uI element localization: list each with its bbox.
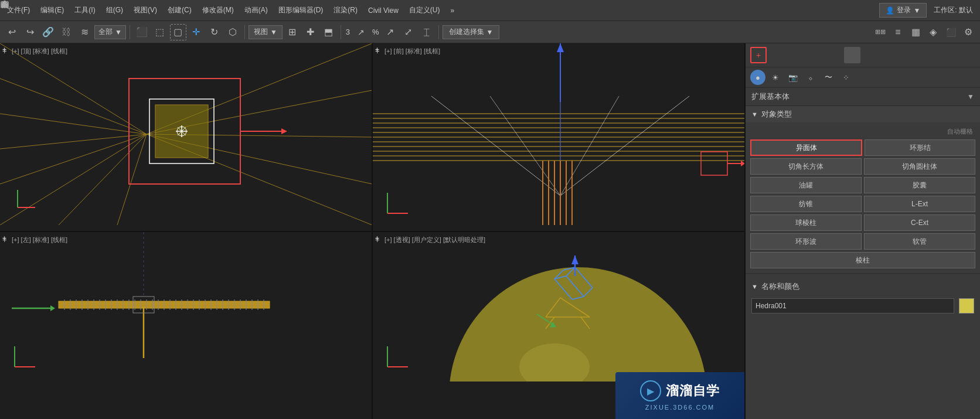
rp-create-icon[interactable]: + — [750, 47, 767, 63]
viewport-left[interactable]: + [+] [左] [标准] [线框] — [0, 232, 373, 420]
render-frame-icon[interactable]: ⬛ — [942, 24, 959, 40]
select-tool[interactable]: ⬛ — [134, 24, 150, 40]
svg-rect-27 — [373, 43, 744, 225]
vp-front-plus[interactable]: + — [375, 46, 379, 54]
vp-top-svg: + — [0, 43, 372, 225]
rp-btn-ruanguan[interactable]: 软管 — [864, 233, 975, 250]
material-editor-icon[interactable]: ◈ — [925, 24, 941, 40]
viewport-top[interactable]: + [+] [顶] [标准] [线框] — [0, 43, 373, 231]
rp-helpers-icon[interactable]: ⬦ — [803, 70, 818, 85]
link-button[interactable]: 🔗 — [40, 24, 56, 40]
svg-point-137 — [4, 5, 5, 6]
chevron-down-icon: ▼ — [913, 6, 920, 15]
menu-graph-editor[interactable]: 图形编辑器(D) — [274, 3, 328, 18]
mirror-tool[interactable]: ⤢ — [400, 24, 417, 40]
rp-btn-cext[interactable]: C-Ext — [864, 214, 975, 231]
view-dropdown[interactable]: 视图 ▼ — [249, 25, 283, 39]
rp-name-color-header[interactable]: ▼ 名称和颜色 — [751, 278, 974, 295]
settings-icon[interactable]: ⚙ — [960, 24, 976, 40]
scale-tool[interactable]: ⬡ — [224, 24, 241, 40]
rp-sun-icon[interactable]: ☀ — [768, 70, 783, 85]
menu-animation[interactable]: 动画(A) — [240, 3, 273, 18]
rp-btn-fangzhui[interactable]: 纺锥 — [750, 196, 862, 212]
rp-modify-icon[interactable] — [769, 47, 785, 63]
align-tool[interactable]: ⌶ — [418, 24, 435, 40]
rp-display-icon[interactable] — [825, 47, 842, 63]
rp-sphere-icon[interactable]: ● — [750, 70, 765, 85]
rp-utilities-icon[interactable] — [844, 47, 860, 63]
redo-button[interactable]: ↪ — [22, 24, 38, 40]
dropdown-arrow-icon: ▼ — [115, 28, 122, 36]
vp-left-svg: + — [0, 232, 372, 381]
menu-render[interactable]: 渲染(R) — [329, 3, 362, 18]
menu-tools[interactable]: 工具(I) — [70, 3, 100, 18]
rp-particle-icon[interactable]: ⁘ — [838, 70, 853, 85]
layers-icon[interactable]: ⊞⊞ — [872, 24, 889, 40]
scene-explorer-icon[interactable]: ≡ — [890, 24, 906, 40]
vp-left-plus[interactable]: + — [2, 234, 6, 243]
rp-icon-row-2: ● ☀ 📷 ⬦ 〜 ⁘ — [746, 67, 980, 88]
rp-hierarchy-icon[interactable] — [788, 47, 804, 63]
object-color-picker[interactable] — [959, 298, 974, 314]
menu-more[interactable]: » — [445, 4, 459, 17]
object-name-input[interactable] — [751, 298, 954, 314]
rp-btn-row-3: 油罐 胶囊 — [750, 177, 975, 193]
percent-btn[interactable]: ↗ — [382, 24, 399, 40]
rp-section-header[interactable]: 扩展基本体 ▼ — [746, 88, 980, 106]
rp-motion-icon[interactable] — [807, 47, 823, 63]
render-setup-icon[interactable]: ▦ — [907, 24, 924, 40]
create-selection-button[interactable]: 创建选择集 ▼ — [443, 25, 500, 39]
rp-btn-huanxingjie[interactable]: 环形结 — [865, 139, 975, 156]
rotate-tool[interactable]: ↻ — [206, 24, 223, 40]
rp-object-types-header[interactable]: ▼ 对象类型 — [746, 106, 980, 122]
undo-button[interactable]: ↩ — [4, 24, 20, 40]
bottom-viewport-row: + [+] [左] [标准] [线框] — [0, 232, 744, 420]
menu-view[interactable]: 视图(V) — [129, 3, 162, 18]
rp-section-title: 扩展基本体 — [751, 91, 790, 102]
rp-btn-row-6: 环形波 软管 — [750, 233, 975, 250]
menu-civil-view[interactable]: Civil View — [363, 4, 403, 17]
select-rect-tool[interactable]: ▢ — [170, 24, 186, 40]
rp-btn-qiulengzhu[interactable]: 球棱柱 — [750, 214, 862, 231]
viewport-perspective[interactable]: + [+] [透视] [用户定义] [默认明暗处理] — [373, 232, 744, 420]
rp-btn-huanxingbo[interactable]: 环形波 — [750, 233, 862, 250]
zoom-extents-tool[interactable]: ⬒ — [321, 24, 337, 40]
user-icon: 👤 — [886, 6, 894, 15]
menu-group[interactable]: 组(G) — [101, 3, 128, 18]
menu-right-area: 👤 登录 ▼ 工作区: 默认 — [879, 3, 978, 18]
rp-btn-lext[interactable]: L-Ext — [864, 196, 975, 212]
rp-btn-jiaonang[interactable]: 胶囊 — [864, 177, 975, 193]
rp-section-dropdown-icon[interactable]: ▼ — [967, 93, 974, 101]
vp-top-label: [+] [顶] [标准] [线框] — [12, 47, 67, 56]
rp-btn-qijiaoyuanzhuti[interactable]: 切角圆柱体 — [864, 158, 975, 175]
menu-edit[interactable]: 编辑(E) — [36, 3, 69, 18]
view-dropdown-arrow-icon: ▼ — [270, 28, 277, 36]
rp-object-types-arrow-icon: ▼ — [751, 111, 758, 118]
menu-create[interactable]: 创建(C) — [163, 3, 196, 18]
rp-btn-youtang[interactable]: 油罐 — [750, 177, 862, 193]
vp-persp-plus[interactable]: + — [375, 234, 379, 243]
rp-icon-row-1: + — [746, 43, 980, 67]
angle-snap-btn[interactable]: ↗ — [353, 24, 369, 40]
pan-tool[interactable]: ⊞ — [284, 24, 301, 40]
login-button[interactable]: 👤 登录 ▼ — [879, 3, 927, 18]
watermark-logo-area: ▶ 溜溜自学 — [640, 380, 720, 401]
zoom-tool[interactable]: ✚ — [302, 24, 319, 40]
rp-spline-icon[interactable]: 〜 — [821, 70, 836, 85]
unlink-button[interactable]: ⛓ — [58, 24, 74, 40]
select-all-dropdown[interactable]: 全部 ▼ — [94, 25, 126, 39]
rp-btn-lengzhu[interactable]: 棱柱 — [750, 252, 975, 268]
rp-camera-icon[interactable]: 📷 — [785, 70, 801, 85]
rp-btn-yimian[interactable]: 异面体 — [750, 139, 862, 156]
rp-btn-qijiaochangfangti[interactable]: 切角长方体 — [750, 158, 862, 175]
move-tool[interactable]: ✛ — [188, 24, 205, 40]
select-region-tool[interactable]: ⬚ — [152, 24, 168, 40]
viewport-front[interactable]: + [+] [前] [标准] [线框] — [373, 43, 744, 231]
menu-custom[interactable]: 自定义(U) — [404, 3, 445, 18]
rp-btn-row-7: 棱柱 — [750, 252, 975, 268]
menubar: 文件(F) 编辑(E) 工具(I) 组(G) 视图(V) 创建(C) 修改器(M… — [0, 0, 980, 21]
vp-top-plus[interactable]: + — [2, 46, 6, 54]
bind-button[interactable]: ≋ — [76, 24, 93, 40]
menu-modifier[interactable]: 修改器(M) — [198, 3, 239, 18]
create-selection-dropdown-icon: ▼ — [486, 28, 494, 36]
